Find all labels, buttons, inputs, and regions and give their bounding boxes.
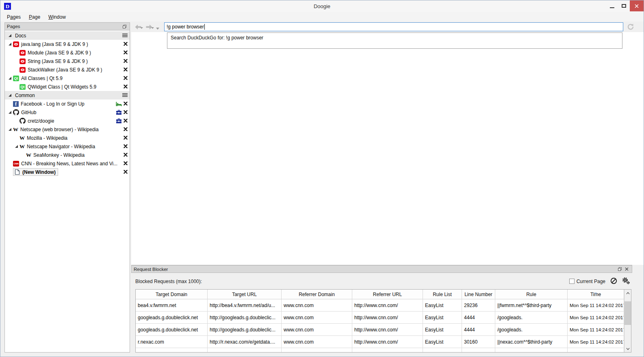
tree-item[interactable]: QtAll Classes | Qt 5.9 (5, 74, 130, 82)
close-page-icon[interactable] (124, 118, 128, 124)
page-label: Module (Java SE 9 & JDK 9 ) (28, 50, 91, 56)
table-row[interactable]: googleads.g.doubleclick.nethttp://google… (136, 312, 624, 324)
close-page-icon[interactable] (124, 161, 128, 167)
float-dock-button[interactable] (617, 266, 623, 272)
cell-referrer-domain: www.cnn.com (282, 336, 352, 348)
close-page-icon[interactable] (124, 110, 128, 115)
scroll-down-button[interactable] (624, 345, 631, 352)
expander-icon[interactable] (7, 109, 13, 116)
expander-icon[interactable] (7, 92, 13, 99)
close-page-icon[interactable] (124, 76, 128, 81)
close-page-icon[interactable] (124, 127, 128, 132)
tree-item[interactable]: WMozilla - Wikipedia (5, 134, 130, 142)
close-page-icon[interactable] (124, 50, 128, 56)
cell-rule-list: EasyList (423, 312, 462, 324)
column-header-line-number[interactable]: Line Number (462, 290, 495, 299)
cell-target-url: http://googleads.g.doubleclic... (208, 324, 282, 336)
close-page-icon[interactable] (124, 41, 128, 47)
page-menu-dropdown-button[interactable] (154, 23, 161, 31)
expander-icon[interactable] (7, 75, 13, 82)
scrollbar-track[interactable] (624, 296, 631, 345)
cell-referrer-url: http://www.cnn.com/ (352, 324, 423, 336)
tree-item[interactable]: StackWalker (Java SE 9 & JDK 9 ) (5, 65, 130, 74)
chevron-down-icon (626, 348, 630, 350)
expander-icon[interactable] (13, 143, 20, 150)
tree-item[interactable]: String (Java SE 9 & JDK 9 ) (5, 57, 130, 65)
tree-item[interactable]: Module (Java SE 9 & JDK 9 ) (5, 48, 130, 57)
menu-pages[interactable]: Pages (3, 13, 25, 21)
blocker-settings-button[interactable] (622, 277, 630, 286)
wikipedia-icon: W (13, 127, 18, 132)
column-header-rule-list[interactable]: Rule List (423, 290, 462, 299)
close-page-icon[interactable] (124, 152, 128, 158)
wikipedia-icon: W (20, 135, 25, 141)
close-page-icon[interactable] (124, 58, 128, 64)
main-column: !g power browser Search DuckDuckGo for: … (131, 22, 644, 357)
checkbox-box (569, 279, 575, 284)
tree-item[interactable]: WNetscape Navigator - Wikipedia (5, 142, 130, 151)
column-header-target-url[interactable]: Target URL (208, 290, 282, 299)
close-page-icon[interactable] (124, 84, 128, 90)
expander-icon[interactable] (7, 32, 13, 39)
tree-item[interactable]: WSeaMonkey - Wikipedia (5, 151, 130, 159)
gears-icon (622, 277, 630, 284)
address-bar[interactable]: !g power browser (164, 22, 623, 31)
table-row[interactable]: r.nexac.comhttp://r.nexac.com/e/getdata.… (136, 336, 624, 348)
close-page-icon[interactable] (124, 101, 128, 107)
page-label: Facebook - Log In or Sign Up (21, 101, 85, 107)
tree-item[interactable]: GitHub (5, 108, 130, 117)
back-button[interactable] (132, 23, 143, 31)
expander-icon (13, 50, 20, 56)
expander-icon[interactable] (7, 41, 13, 48)
table-row[interactable]: googleads.g.doubleclick.nethttp://google… (136, 324, 624, 336)
expander-icon[interactable] (7, 126, 13, 133)
float-dock-button[interactable] (121, 24, 128, 30)
section-menu-icon[interactable] (122, 93, 128, 98)
close-page-icon[interactable] (124, 67, 128, 73)
forward-button[interactable] (143, 23, 154, 31)
request-blocker-header: Request Blocker (131, 265, 632, 273)
tree-section-common[interactable]: Common (5, 91, 130, 100)
column-header-referrer-domain[interactable]: Referrer Domain (282, 290, 352, 299)
close-page-icon[interactable] (124, 135, 128, 141)
column-header-target-domain[interactable]: Target Domain (136, 290, 208, 299)
close-page-icon[interactable] (124, 169, 128, 175)
clear-blocked-button[interactable] (610, 277, 617, 286)
refresh-button[interactable] (626, 22, 635, 31)
column-header-label: Rule (526, 292, 536, 297)
section-menu-icon[interactable] (122, 33, 128, 39)
scroll-up-button[interactable] (624, 290, 631, 296)
close-button[interactable] (630, 0, 644, 11)
maximize-button[interactable] (618, 0, 630, 11)
menu-page[interactable]: Page (25, 13, 44, 21)
tree-item[interactable]: (New Window) (5, 168, 130, 176)
cell-value: http://www.cnn.com/ (354, 339, 398, 345)
tree-section-docs[interactable]: Docs (5, 31, 130, 40)
page-label: CNN - Breaking News, Latest News and Vi.… (21, 161, 117, 167)
autocomplete-dropdown: Search DuckDuckGo for: !g power browser (167, 32, 622, 49)
tree-item[interactable]: cretz/doogie (5, 117, 130, 125)
table-row[interactable]: bea4.v.fwmrm.nethttp://bea4.v.fwmrm.net/… (136, 299, 624, 312)
autocomplete-suggestion[interactable]: Search DuckDuckGo for: !g power browser (171, 35, 619, 41)
column-header-rule[interactable]: Rule (495, 290, 568, 299)
github-icon (20, 118, 26, 124)
browser-content[interactable] (131, 32, 644, 265)
tree-item[interactable]: CNNCNN - Breaking News, Latest News and … (5, 159, 130, 168)
column-header-referrer-url[interactable]: Referrer URL (352, 290, 423, 299)
tree-item[interactable]: java.lang (Java SE 9 & JDK 9 ) (5, 40, 130, 48)
column-header-time[interactable]: Time (568, 290, 624, 299)
menu-window[interactable]: Window (44, 13, 70, 21)
cell-rule-list: EasyList (423, 299, 462, 312)
minimize-button[interactable] (606, 0, 618, 11)
cell-value: r.nexac.com (138, 339, 164, 345)
close-dock-button[interactable] (624, 266, 630, 272)
close-page-icon[interactable] (124, 144, 128, 149)
block-icon (610, 277, 617, 284)
cell-value: http://googleads.g.doubleclic... (210, 327, 275, 333)
tree-item[interactable]: QtQWidget Class | Qt Widgets 5.9 (5, 82, 130, 91)
current-page-checkbox[interactable]: Current Page (569, 279, 605, 284)
table-scrollbar[interactable] (624, 290, 631, 352)
tree-item[interactable]: fFacebook - Log In or Sign Up (5, 100, 130, 108)
tree-item[interactable]: WNetscape (web browser) - Wikipedia (5, 125, 130, 134)
scrollbar-thumb[interactable] (624, 301, 631, 325)
